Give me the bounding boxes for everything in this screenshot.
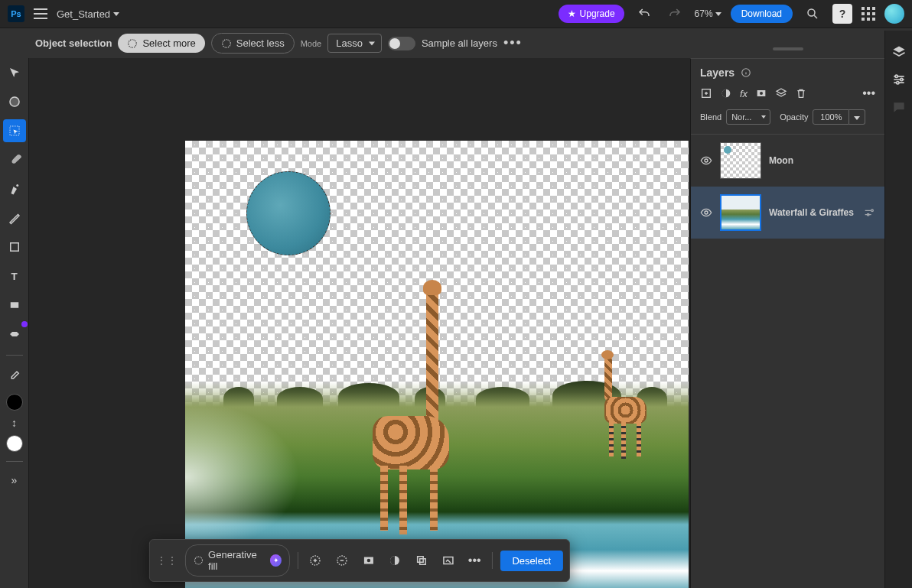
select-more-label: Select more bbox=[142, 37, 195, 49]
visibility-icon[interactable] bbox=[700, 154, 712, 167]
deselect-button[interactable]: Deselect bbox=[500, 551, 563, 571]
panel-menu-icon[interactable]: ••• bbox=[862, 86, 875, 100]
eyedropper-tool[interactable] bbox=[3, 365, 26, 388]
foreground-color[interactable] bbox=[6, 394, 23, 411]
download-label: Download bbox=[741, 8, 782, 19]
ai-badge-icon: ✦ bbox=[270, 554, 282, 567]
place-icon[interactable] bbox=[438, 551, 458, 570]
moon-selection[interactable] bbox=[246, 171, 331, 255]
layer-waterfall-giraffes[interactable]: Waterfall & Giraffes bbox=[691, 187, 884, 239]
layer-thumbnail[interactable] bbox=[720, 194, 761, 231]
apps-grid-icon[interactable] bbox=[862, 7, 875, 21]
options-bar: Object selection Select more Select less… bbox=[0, 28, 912, 58]
adjustment-layer-icon[interactable] bbox=[720, 87, 732, 99]
add-mask-icon[interactable] bbox=[755, 87, 767, 99]
opacity-label: Opacity bbox=[780, 112, 808, 122]
download-button[interactable]: Download bbox=[731, 5, 793, 23]
swap-colors[interactable]: ↕ bbox=[11, 417, 17, 429]
more-options-button[interactable]: ••• bbox=[503, 35, 523, 51]
new-layer-icon[interactable] bbox=[700, 87, 712, 99]
drag-handle-icon[interactable]: ⋮⋮ bbox=[156, 554, 178, 567]
fx-icon[interactable]: fx bbox=[740, 88, 748, 99]
redo-button[interactable] bbox=[664, 3, 686, 24]
text-tool[interactable]: T bbox=[3, 265, 26, 288]
panel-grip[interactable] bbox=[773, 47, 803, 50]
marquee-tool[interactable] bbox=[3, 90, 26, 113]
search-button[interactable] bbox=[802, 3, 823, 24]
ai-tool[interactable] bbox=[3, 323, 26, 346]
svg-text:T: T bbox=[11, 271, 18, 282]
menu-icon[interactable] bbox=[34, 8, 47, 19]
left-toolbar: T ↕ » bbox=[0, 58, 29, 588]
layer-settings-icon[interactable] bbox=[863, 206, 875, 219]
star-icon: ★ bbox=[568, 8, 576, 19]
document-title[interactable]: Get_Started bbox=[57, 8, 119, 20]
svg-point-14 bbox=[366, 559, 370, 563]
brush-tool[interactable] bbox=[3, 148, 26, 171]
crop-tool[interactable] bbox=[3, 294, 26, 317]
layers-stack-icon[interactable] bbox=[775, 87, 787, 99]
mode-select[interactable]: Lasso bbox=[327, 34, 382, 53]
user-avatar[interactable] bbox=[884, 4, 904, 24]
layers-panel-title: Layers bbox=[700, 67, 734, 79]
mist bbox=[185, 401, 300, 554]
select-more-button[interactable]: Select more bbox=[118, 34, 204, 53]
select-less-label: Select less bbox=[236, 37, 285, 49]
select-less-button[interactable]: Select less bbox=[211, 33, 295, 54]
opacity-dropdown[interactable] bbox=[849, 109, 865, 125]
svg-point-26 bbox=[871, 210, 874, 212]
blend-value: Nor... bbox=[731, 112, 751, 122]
deselect-label: Deselect bbox=[512, 555, 551, 567]
tool-name-label: Object selection bbox=[35, 37, 112, 49]
svg-point-25 bbox=[705, 211, 708, 214]
undo-button[interactable] bbox=[634, 3, 655, 24]
info-icon[interactable] bbox=[741, 67, 751, 78]
svg-point-24 bbox=[705, 159, 708, 162]
shape-tool[interactable] bbox=[3, 236, 26, 258]
help-button[interactable]: ? bbox=[832, 4, 852, 24]
contextual-task-bar: ⋮⋮ Generative fill ✦ ••• Deselect bbox=[149, 539, 570, 582]
canvas-area[interactable]: ⋮⋮ Generative fill ✦ ••• Deselect bbox=[29, 58, 690, 588]
delete-layer-icon[interactable] bbox=[795, 87, 807, 99]
comments-rail-icon[interactable] bbox=[890, 98, 908, 116]
clone-tool[interactable] bbox=[3, 177, 26, 200]
help-label: ? bbox=[839, 8, 846, 20]
layer-moon[interactable]: Moon bbox=[691, 135, 884, 187]
layers-panel: Layers fx ••• Blend Nor... Opacity 100% … bbox=[690, 58, 884, 588]
add-selection-icon[interactable] bbox=[306, 551, 325, 570]
paint-tool[interactable] bbox=[3, 206, 26, 229]
upgrade-button[interactable]: ★ Upgrade bbox=[559, 5, 624, 23]
giraffe-1 bbox=[357, 286, 457, 538]
canvas[interactable] bbox=[185, 141, 689, 588]
more-actions-icon[interactable]: ••• bbox=[465, 551, 484, 570]
move-tool[interactable] bbox=[3, 61, 26, 84]
svg-point-0 bbox=[808, 9, 815, 16]
sample-all-label: Sample all layers bbox=[422, 37, 497, 49]
app-logo[interactable]: Ps bbox=[8, 5, 24, 22]
layer-name: Waterfall & Giraffes bbox=[769, 207, 855, 218]
expand-tools-button[interactable]: » bbox=[11, 474, 18, 486]
properties-rail-icon[interactable] bbox=[890, 70, 908, 89]
svg-point-30 bbox=[896, 82, 898, 84]
zoom-control[interactable]: 67% bbox=[695, 8, 721, 19]
right-rail bbox=[884, 31, 912, 588]
mask-icon[interactable] bbox=[359, 551, 378, 570]
object-selection-tool[interactable] bbox=[3, 119, 26, 142]
blend-mode-select[interactable]: Nor... bbox=[726, 109, 770, 125]
generative-fill-button[interactable]: Generative fill ✦ bbox=[185, 544, 290, 577]
opacity-input[interactable]: 100% bbox=[813, 109, 849, 125]
layer-thumbnail[interactable] bbox=[720, 142, 761, 179]
svg-point-28 bbox=[895, 75, 897, 77]
transform-icon[interactable] bbox=[412, 551, 432, 570]
visibility-icon[interactable] bbox=[700, 206, 712, 219]
layers-rail-icon[interactable] bbox=[890, 43, 908, 61]
svg-point-10 bbox=[195, 557, 203, 564]
adjustment-icon[interactable] bbox=[386, 551, 405, 570]
blend-label: Blend bbox=[700, 112, 721, 122]
chevron-down-icon bbox=[854, 116, 860, 120]
top-bar: Ps Get_Started ★ Upgrade 67% Download ? bbox=[0, 0, 912, 28]
subtract-selection-icon[interactable] bbox=[333, 551, 352, 570]
sample-all-layers-toggle[interactable] bbox=[388, 37, 415, 50]
background-color[interactable] bbox=[6, 435, 23, 452]
svg-point-6 bbox=[16, 184, 18, 187]
